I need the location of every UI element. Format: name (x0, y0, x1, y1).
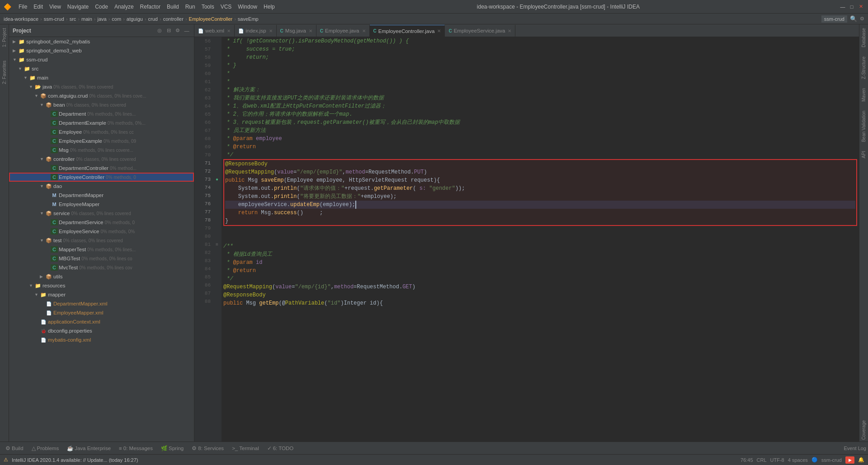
menu-vcs[interactable]: VCS (218, 3, 235, 11)
tree-item-MBGTest[interactable]: ▶ C MBGTest 0% methods, 0% lines co (9, 254, 194, 263)
menu-edit[interactable]: Edit (31, 3, 46, 11)
tree-item-dbconfig[interactable]: ▶ 🐞 dbconfig.properties (9, 326, 194, 335)
menu-code[interactable]: Code (92, 3, 111, 11)
breadcrumb-main[interactable]: main (81, 16, 92, 22)
panel-settings-icon[interactable]: ⚙ (174, 27, 181, 34)
tree-item-MapperTest[interactable]: ▶ C MapperTest 0% methods, 0% lines... (9, 245, 194, 254)
tree-item-mapper-folder[interactable]: ▼ 📁 mapper (9, 290, 194, 299)
tree-item-MvcTest[interactable]: ▶ C MvcTest 0% methods, 0% lines cov (9, 263, 194, 272)
menu-build[interactable]: Build (164, 3, 182, 11)
project-icon[interactable]: 1: Project (1, 26, 8, 49)
tab-web-xml[interactable]: 📄 web.xml ✕ (194, 25, 235, 37)
tab-employee-controller-java[interactable]: C EmployeeController.java ✕ (370, 25, 445, 37)
tree-item-utils[interactable]: ▶ 📦 utils (9, 272, 194, 281)
tree-item-EmployeeController[interactable]: ▶ C EmployeeController 0% methods, 0 (9, 173, 194, 182)
panel-hide-icon[interactable]: — (183, 27, 190, 34)
tree-item-package[interactable]: ▼ 📦 com.atguigu.crud 0% classes, 0% line… (9, 91, 194, 100)
tree-item-springboot3[interactable]: ▶ 📁 springboot_demo3_web (9, 46, 194, 55)
tree-item-springboot2[interactable]: ▶ 📁 springboot_demo2_mybatis (9, 37, 194, 46)
tab-employee-service-java[interactable]: C EmployeeService.java ✕ (445, 25, 515, 37)
menu-help[interactable]: Help (261, 3, 278, 11)
tree-item-service[interactable]: ▼ 📦 service 0% classes, 0% lines covered (9, 209, 194, 218)
tree-item-resources[interactable]: ▼ 📁 resources (9, 281, 194, 290)
breadcrumb-method[interactable]: saveEmp (238, 16, 259, 22)
tree-item-Msg[interactable]: ▶ C Msg 0% methods, 0% lines covere... (9, 146, 194, 155)
breadcrumb-controller[interactable]: controller (163, 16, 184, 22)
breadcrumb-com[interactable]: com (112, 16, 121, 22)
bean-validation-icon[interactable]: Bean Validation (861, 109, 867, 144)
bottom-tab-problems[interactable]: △ Problems (28, 442, 63, 454)
tree-item-DepartmentMapper[interactable]: ▶ M DepartmentMapper (9, 191, 194, 200)
menu-window[interactable]: Window (235, 3, 260, 11)
bottom-tab-messages[interactable]: ≡ 0: Messages (115, 442, 156, 454)
breadcrumb-module[interactable]: ssm-crud (44, 16, 64, 22)
tree-item-EmployeeMapper-xml[interactable]: ▶ 📄 EmployeeMapper.xml (9, 308, 194, 317)
tab-employee-java[interactable]: C Employee.java ✕ (316, 25, 370, 37)
tree-item-DepartmentController[interactable]: ▶ C DepartmentController 0% method... (9, 164, 194, 173)
tree-item-controller[interactable]: ▼ 📦 controller 0% classes, 0% lines cove… (9, 155, 194, 164)
bottom-tab-java-enterprise[interactable]: ☕ Java Enterprise (63, 442, 114, 454)
tree-item-DepartmentExample[interactable]: ▶ C DepartmentExample 0% methods, 0%... (9, 118, 194, 127)
bottom-tab-todo[interactable]: ✓ 6: TODO (264, 442, 297, 454)
panel-locate-icon[interactable]: ◎ (156, 27, 163, 34)
status-branch[interactable]: 🔵 (811, 457, 818, 463)
tree-item-ssm-crud[interactable]: ▼ 📁 ssm-crud (9, 55, 194, 64)
tree-item-EmployeeService[interactable]: ▶ C EmployeeService 0% methods, 0% (9, 227, 194, 236)
bottom-tab-services[interactable]: ⚙ 8: Services (188, 442, 227, 454)
breadcrumb-workspace[interactable]: idea-workspace (4, 16, 38, 22)
menu-view[interactable]: View (47, 3, 64, 11)
z-structure-icon[interactable]: Z-Structure (861, 55, 867, 81)
tree-item-java[interactable]: ▼ 📂 java 0% classes, 0% lines covered (9, 82, 194, 91)
tree-item-src[interactable]: ▼ 📁 src (9, 64, 194, 73)
database-icon[interactable]: Database (861, 26, 867, 49)
api-icon[interactable]: API (861, 149, 867, 160)
tree-item-bean[interactable]: ▼ 📦 bean 0% classes, 0% lines covered (9, 100, 194, 109)
menu-tools[interactable]: Tools (199, 3, 217, 11)
tree-item-DepartmentMapper-xml[interactable]: ▶ 📄 DepartmentMapper.xml (9, 299, 194, 308)
tree-item-EmployeeMapper[interactable]: ▶ M EmployeeMapper (9, 200, 194, 209)
settings-icon[interactable]: ⚙ (860, 16, 864, 22)
tree-item-Employee[interactable]: ▶ C Employee 0% methods, 0% lines cc (9, 127, 194, 136)
code-content[interactable]: * if( !getConnector().isParseBodyMethod(… (222, 37, 859, 442)
tab-msg-java[interactable]: C Msg.java ✕ (277, 25, 316, 37)
notification-text[interactable]: IntelliJ IDEA 2020.1.4 available: // Upd… (12, 457, 138, 463)
menu-file[interactable]: File (16, 3, 30, 11)
tree-item-applicationContext[interactable]: ▶ 📄 applicationContext.xml (9, 317, 194, 326)
tree-item-dao[interactable]: ▼ 📦 dao (9, 182, 194, 191)
status-encoding[interactable]: CRL (757, 457, 767, 463)
menu-refactor[interactable]: Refactor (137, 3, 163, 11)
tree-item-main[interactable]: ▼ 📁 main (9, 73, 194, 82)
breadcrumb-src[interactable]: src (70, 16, 76, 22)
breadcrumb-java[interactable]: java (97, 16, 106, 22)
bottom-tab-build[interactable]: ⚙ Build (2, 442, 27, 454)
bottom-tab-terminal[interactable]: >_ Terminal (228, 442, 263, 454)
project-panel-title: Project (13, 28, 31, 34)
menu-navigate[interactable]: Navigate (65, 3, 91, 11)
coverage-panel[interactable]: Coverage (861, 418, 867, 442)
minimize-button[interactable]: — (839, 3, 846, 10)
tree-item-EmployeeExample[interactable]: ▶ C EmployeeExample 0% methods, 09 (9, 136, 194, 146)
status-right-indicator: 🔔 (858, 457, 864, 463)
tab-index-jsp[interactable]: 📄 index.jsp ✕ (235, 25, 276, 37)
event-log-label[interactable]: Event Log (844, 446, 866, 451)
maximize-button[interactable]: □ (848, 3, 855, 10)
tree-item-DepartmentService[interactable]: ▶ C DepartmentService 0% methods, 0 (9, 218, 194, 227)
breadcrumb-crud[interactable]: crud (148, 16, 158, 22)
search-everywhere-icon[interactable]: 🔍 (850, 15, 857, 22)
panel-collapse-icon[interactable]: ⊟ (165, 27, 172, 34)
breadcrumb-atguigu[interactable]: atguigu (127, 16, 143, 22)
close-button[interactable]: ✕ (857, 3, 864, 10)
maven-icon[interactable]: Maven (861, 86, 867, 103)
tree-item-Department[interactable]: ▶ C Department 0% methods, 0% lines... (9, 109, 194, 118)
run-config-dropdown[interactable]: ssm-crud (821, 15, 847, 23)
tree-item-mybatis-config[interactable]: ▶ 📄 mybatis-config.xml (9, 335, 194, 344)
bottom-tab-spring[interactable]: 🌿 Spring (157, 442, 187, 454)
breadcrumb-class[interactable]: EmployeeController (189, 16, 233, 22)
left-sidebar-icons: 1: Project 2: Favorites (0, 24, 9, 442)
menu-analyze[interactable]: Analyze (112, 3, 137, 11)
tree-item-test[interactable]: ▼ 📦 test 0% classes, 0% lines covered (9, 236, 194, 245)
status-line-col[interactable]: 76:45 (741, 457, 753, 463)
favorites-icon[interactable]: 2: Favorites (1, 59, 8, 86)
run-indicator[interactable]: ▶ (845, 456, 854, 464)
menu-run[interactable]: Run (183, 3, 198, 11)
